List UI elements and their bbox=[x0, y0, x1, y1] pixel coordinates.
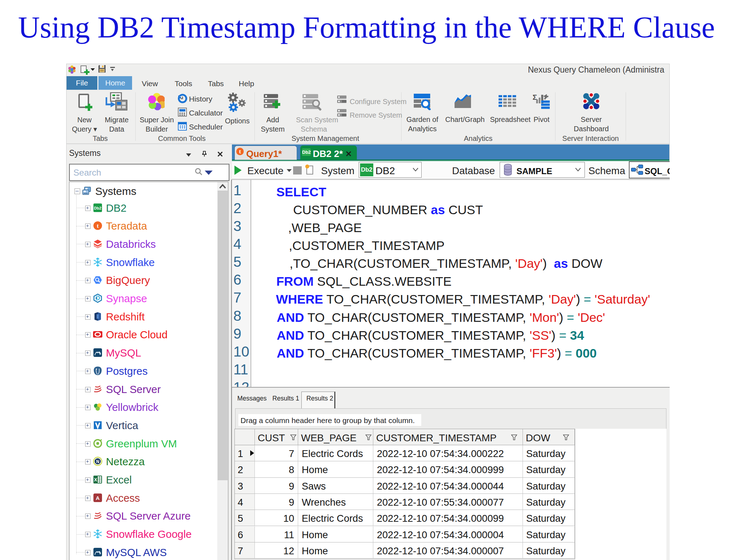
svg-text:Db2: Db2 bbox=[94, 206, 102, 210]
svg-text:N: N bbox=[96, 459, 99, 464]
svg-text:t: t bbox=[97, 222, 99, 229]
svg-text:X: X bbox=[94, 477, 97, 482]
svg-text:A: A bbox=[96, 495, 100, 501]
